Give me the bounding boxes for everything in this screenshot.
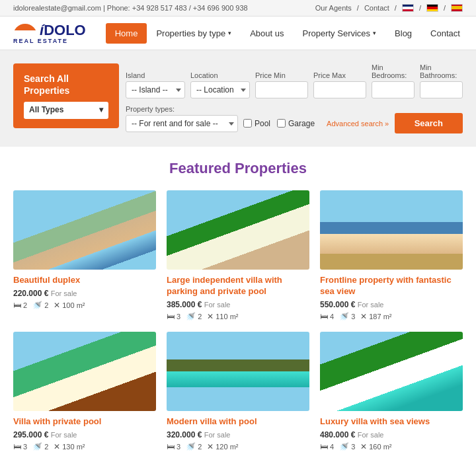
our-agents-link[interactable]: Our Agents [315,4,352,12]
bedrooms-group: Min Bedrooms: [372,63,415,98]
bedrooms-detail-4: 🛏 3 [13,442,27,451]
search-section: Search All Properties All Types ▾ Island… [0,50,476,147]
property-card-4[interactable]: Villa with private pool 295.000 € For sa… [13,332,156,451]
nav-property-services[interactable]: Property Services ▾ [293,23,385,44]
property-price-5: 320.000 € For sale [167,430,309,439]
bath-icon: 🚿 [32,442,42,451]
property-types-group: Property types: -- For rent and for sale… [126,105,238,132]
property-card-3[interactable]: Frontline property with fantastic sea vi… [320,190,463,321]
area-icon: ✕ [360,442,367,451]
advanced-search-link[interactable]: Advanced search » [327,120,389,128]
bedrooms-detail-2: 🛏 3 [167,312,180,321]
nav-home[interactable]: Home [106,23,147,44]
garage-checkbox-label[interactable]: Garage [277,119,315,128]
property-details-1: 🛏 2 🚿 2 ✕ 100 m² [13,301,156,310]
bathrooms-input[interactable] [420,81,463,98]
property-image-4 [13,332,156,411]
bath-icon: 🚿 [339,442,349,451]
contact-info: idolorealestate@gmail.com | Phone: +34 9… [13,4,248,12]
bed-icon: 🛏 [167,312,175,321]
search-box-title: Search All Properties [24,73,108,96]
logo-brand: íDOLO [40,22,86,39]
area-detail-5: ✕ 120 m² [207,442,238,451]
nav-about-us[interactable]: About us [241,23,293,44]
pool-checkbox[interactable] [243,119,252,128]
garage-checkbox[interactable] [277,119,286,128]
nav-contact[interactable]: Contact [421,23,469,44]
property-price-1: 220.000 € For sale [13,289,156,298]
area-detail-2: ✕ 110 m² [207,312,238,321]
search-button[interactable]: Search [395,113,463,133]
contact-link[interactable]: Contact [364,4,389,12]
bathrooms-detail-5: 🚿 2 [186,442,202,451]
bath-icon: 🚿 [186,442,196,451]
bed-icon: 🛏 [13,301,21,310]
chevron-down-icon3: ▾ [99,105,103,116]
property-types-label: Property types: [126,105,238,113]
price-max-input[interactable] [313,81,366,98]
property-image-1 [13,190,156,270]
flag-separator2: / [444,4,446,12]
bathrooms-detail-3: 🚿 3 [339,312,355,321]
bed-icon: 🛏 [320,442,328,451]
featured-title: Featured Properties [13,160,463,177]
flag-de-icon[interactable] [426,4,438,12]
island-label: Island [126,71,185,79]
property-title-6: Luxury villa with sea views [320,416,463,428]
location-select[interactable]: -- Location -- [190,81,250,98]
property-title-4: Villa with private pool [13,416,156,428]
bath-icon: 🚿 [186,312,196,321]
bathrooms-detail-4: 🚿 2 [32,442,48,451]
area-detail-3: ✕ 187 m² [360,312,391,321]
property-card-5[interactable]: Modern villa with pool 320.000 € For sal… [167,332,309,451]
bedrooms-detail-5: 🛏 3 [167,442,180,451]
property-image-3 [320,190,463,270]
area-icon: ✕ [207,312,214,321]
search-box: Search All Properties All Types ▾ [13,63,119,128]
property-types-select[interactable]: -- For rent and for sale -- [126,115,238,132]
property-card-2[interactable]: Large independent villa with parking and… [167,190,309,321]
bedrooms-input[interactable] [372,81,415,98]
all-types-select[interactable]: All Types ▾ [24,102,108,119]
bedrooms-detail-1: 🛏 2 [13,301,27,310]
bathrooms-label: Min Bathrooms: [420,63,463,79]
property-card-6[interactable]: Luxury villa with sea views 480.000 € Fo… [320,332,463,451]
bedrooms-detail-3: 🛏 4 [320,312,334,321]
property-details-3: 🛏 4 🚿 3 ✕ 187 m² [320,312,463,321]
separator: / [357,4,359,12]
logo: íDOLO REAL ESTATE [13,22,86,44]
sun-icon [13,24,37,37]
bathrooms-detail-6: 🚿 3 [339,442,355,451]
bed-icon: 🛏 [167,442,175,451]
location-group: Location -- Location -- [190,71,250,98]
property-image-5 [167,332,309,411]
main-content: Featured Properties Beautiful duplex 220… [0,147,476,452]
property-title-1: Beautiful duplex [13,275,156,286]
bathrooms-group: Min Bathrooms: [420,63,463,98]
logo-top: íDOLO [13,22,86,39]
pool-checkbox-label[interactable]: Pool [243,119,270,128]
property-title-2: Large independent villa with parking and… [167,275,309,297]
nav-properties-by-type[interactable]: Properties by type ▾ [147,23,241,44]
bedrooms-detail-6: 🛏 4 [320,442,334,451]
property-details-6: 🛏 4 🚿 3 ✕ 160 m² [320,442,463,451]
flag-uk-icon[interactable] [402,4,414,12]
property-card-1[interactable]: Beautiful duplex 220.000 € For sale 🛏 2 … [13,190,156,321]
topbar: idolorealestate@gmail.com | Phone: +34 9… [0,0,476,17]
logo-sub: REAL ESTATE [13,38,68,44]
island-select[interactable]: -- Island -- [126,81,185,98]
price-min-input[interactable] [255,81,308,98]
bed-icon: 🛏 [320,312,328,321]
search-row2: Property types: -- For rent and for sale… [126,104,463,133]
nav-blog[interactable]: Blog [385,23,421,44]
area-icon: ✕ [54,301,60,310]
property-price-2: 385.000 € For sale [167,300,309,309]
property-price-4: 295.000 € For sale [13,430,156,439]
property-details-5: 🛏 3 🚿 2 ✕ 120 m² [167,442,309,451]
area-detail-6: ✕ 160 m² [360,442,391,451]
search-row1: Island -- Island -- Location -- Location… [126,63,463,98]
flag-es-icon[interactable] [451,4,463,12]
area-icon: ✕ [54,442,60,451]
price-min-label: Price Min [255,71,308,79]
property-title-3: Frontline property with fantastic sea vi… [320,275,463,297]
